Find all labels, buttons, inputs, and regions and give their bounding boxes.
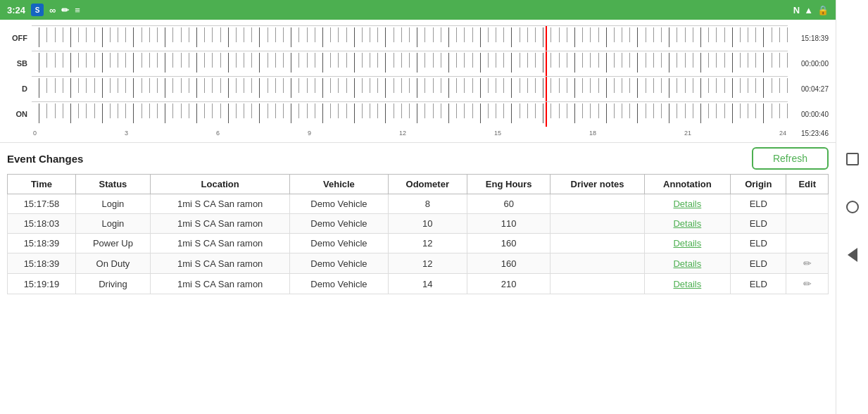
row-label-on: ON [7, 110, 32, 118]
cell-driver-notes [551, 274, 644, 294]
row-time-d: 00:04:27 [788, 84, 829, 94]
cell-eng-hours: 60 [467, 194, 551, 214]
cell-edit [786, 214, 829, 234]
details-link[interactable]: Details [673, 218, 701, 229]
details-link[interactable]: Details [673, 238, 701, 249]
cell-location: 1mi S CA San ramon [151, 214, 290, 234]
col-status: Status [75, 175, 150, 194]
triangle-icon [848, 248, 857, 262]
cell-location: 1mi S CA San ramon [151, 234, 290, 253]
cell-driver-notes [551, 194, 644, 214]
chart-row-off: OFF 15:18:39 [7, 25, 829, 51]
col-odometer: Odometer [388, 175, 467, 194]
event-title: Event Changes [7, 153, 83, 165]
nav-back-button[interactable] [843, 245, 862, 265]
cell-odometer: 12 [388, 234, 467, 253]
cell-eng-hours: 110 [467, 214, 551, 234]
square-icon [846, 153, 859, 165]
cell-odometer: 10 [388, 214, 467, 234]
cell-location: 1mi S CA San ramon [151, 194, 290, 214]
nav-square-button[interactable] [843, 149, 862, 169]
cell-location: 1mi S CA San ramon [151, 274, 290, 294]
signal-icon: ▲ [804, 5, 813, 15]
col-origin: Origin [731, 175, 786, 194]
row-time-sb: 00:00:00 [788, 59, 829, 68]
cell-annotation: Details [644, 274, 731, 294]
cell-annotation: Details [644, 234, 731, 253]
cell-annotation: Details [644, 194, 731, 214]
cell-time: 15:19:19 [8, 274, 76, 294]
cell-vehicle: Demo Vehicle [290, 274, 388, 294]
cell-origin: ELD [731, 253, 786, 274]
table-row: 15:18:39On Duty1mi S CA San ramonDemo Ve… [8, 253, 829, 274]
edit-icon[interactable]: ✏ [803, 258, 812, 269]
cell-annotation: Details [644, 253, 731, 274]
status-time: 3:24 [7, 5, 25, 15]
cell-status: Driving [75, 274, 150, 294]
status-bar-left: 3:24 S ∞ ✏ ≡ [7, 4, 80, 16]
chart-row-sb: SB 00:00:00 [7, 51, 829, 76]
chart-grid: OFF 15:18:39 SB 00:00:00 D [7, 25, 829, 127]
lock-icon: 🔒 [817, 5, 829, 15]
status-bar-right: N ▲ 🔒 [793, 5, 829, 15]
details-link[interactable]: Details [673, 258, 701, 269]
cell-time: 15:17:58 [8, 194, 76, 214]
row-content-on [32, 101, 788, 127]
chart-bottom-time: 15:23:46 [788, 130, 829, 137]
cell-time: 15:18:39 [8, 234, 76, 253]
status-bar: 3:24 S ∞ ✏ ≡ N ▲ 🔒 [0, 0, 836, 20]
col-eng-hours: Eng Hours [467, 175, 551, 194]
infinity-icon: ∞ [49, 5, 56, 15]
cell-origin: ELD [731, 274, 786, 294]
cell-eng-hours: 160 [467, 234, 551, 253]
cell-edit: ✏ [786, 274, 829, 294]
cell-eng-hours: 210 [467, 274, 551, 294]
cell-driver-notes [551, 214, 644, 234]
pencil-icon: ✏ [61, 5, 69, 15]
cell-origin: ELD [731, 214, 786, 234]
row-content-d [32, 76, 788, 101]
cell-annotation: Details [644, 214, 731, 234]
cell-location: 1mi S CA San ramon [151, 253, 290, 274]
cell-edit: ✏ [786, 253, 829, 274]
cell-status: On Duty [75, 253, 150, 274]
cell-edit [786, 194, 829, 214]
cell-edit [786, 234, 829, 253]
table-header-row: Time Status Location Vehicle Odometer En… [8, 175, 829, 194]
event-table: Time Status Location Vehicle Odometer En… [7, 174, 829, 294]
col-edit: Edit [786, 175, 829, 194]
nav-circle-button[interactable] [843, 197, 862, 217]
chart-bottom: 0 3 6 9 12 15 18 21 24 15:23:46 [7, 127, 829, 139]
chart-time-labels: 0 3 6 9 12 15 18 21 24 [32, 130, 788, 137]
cell-odometer: 14 [388, 274, 467, 294]
android-nav [836, 0, 868, 414]
table-row: 15:17:58Login1mi S CA San ramonDemo Vehi… [8, 194, 829, 214]
row-label-off: OFF [7, 34, 32, 42]
col-time: Time [8, 175, 76, 194]
edit-icon[interactable]: ✏ [803, 278, 812, 289]
details-link[interactable]: Details [673, 279, 701, 289]
refresh-button[interactable]: Refresh [752, 147, 829, 170]
chart-row-on: ON 00:00:40 [7, 101, 829, 127]
cell-vehicle: Demo Vehicle [290, 214, 388, 234]
col-location: Location [151, 175, 290, 194]
cell-vehicle: Demo Vehicle [290, 253, 388, 274]
cell-status: Login [75, 214, 150, 234]
event-section: Event Changes Refresh Time Status Locati… [0, 143, 836, 414]
col-vehicle: Vehicle [290, 175, 388, 194]
details-link[interactable]: Details [673, 199, 701, 209]
cell-status: Login [75, 194, 150, 214]
table-row: 15:19:19Driving1mi S CA San ramonDemo Ve… [8, 274, 829, 294]
cell-eng-hours: 160 [467, 253, 551, 274]
cell-odometer: 12 [388, 253, 467, 274]
row-time-on: 00:00:40 [788, 110, 829, 119]
cell-vehicle: Demo Vehicle [290, 194, 388, 214]
table-row: 15:18:03Login1mi S CA San ramonDemo Vehi… [8, 214, 829, 234]
col-driver-notes: Driver notes [551, 175, 644, 194]
circle-icon [846, 201, 859, 213]
row-content-sb [32, 51, 788, 76]
cell-driver-notes [551, 253, 644, 274]
cell-time: 15:18:39 [8, 253, 76, 274]
menu-icon: ≡ [75, 5, 80, 15]
cell-origin: ELD [731, 234, 786, 253]
